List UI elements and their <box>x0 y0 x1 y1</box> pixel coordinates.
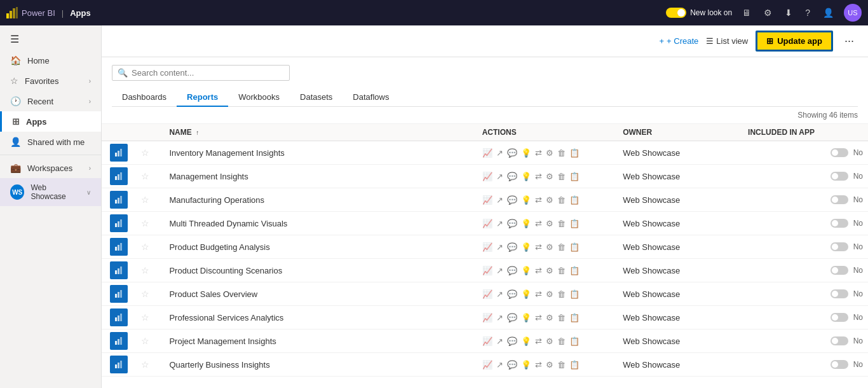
connect-icon[interactable]: ⇄ <box>535 242 542 252</box>
col-name-header[interactable]: NAME ↑ <box>164 124 477 141</box>
copy-icon[interactable]: 📋 <box>569 313 580 322</box>
favorite-star-icon[interactable]: ☆ <box>141 289 149 299</box>
settings-icon[interactable]: ⚙ <box>546 266 553 275</box>
delete-icon[interactable]: 🗑 <box>557 195 566 205</box>
sidebar-item-shared[interactable]: 👤 Shared with me <box>0 132 101 152</box>
copy-icon[interactable]: 📋 <box>569 266 580 275</box>
share-icon[interactable]: ↗ <box>496 195 503 205</box>
delete-icon[interactable]: 🗑 <box>557 148 566 158</box>
settings-icon[interactable]: ⚙ <box>546 313 553 322</box>
help-icon[interactable]: ? <box>803 5 813 20</box>
copy-icon[interactable]: 📋 <box>569 360 580 370</box>
insights-icon[interactable]: 💡 <box>521 360 531 370</box>
create-button[interactable]: + + Create <box>660 36 699 46</box>
favorite-star-icon[interactable]: ☆ <box>141 171 149 181</box>
copy-icon[interactable]: 📋 <box>569 172 580 181</box>
insights-icon[interactable]: 💡 <box>521 195 531 205</box>
favorite-star-icon[interactable]: ☆ <box>141 336 149 346</box>
connect-icon[interactable]: ⇄ <box>535 360 542 370</box>
tab-reports[interactable]: Reports <box>177 88 228 107</box>
share-icon[interactable]: ↗ <box>496 266 503 275</box>
favorite-star-icon[interactable]: ☆ <box>141 359 149 370</box>
insights-icon[interactable]: 💡 <box>521 148 531 158</box>
connect-icon[interactable]: ⇄ <box>535 219 542 228</box>
hamburger-button[interactable]: ☰ <box>0 28 101 50</box>
new-look-toggle[interactable]: New look on <box>666 8 732 18</box>
delete-icon[interactable]: 🗑 <box>557 172 566 181</box>
settings-icon[interactable]: ⚙ <box>546 172 553 181</box>
included-toggle[interactable] <box>831 313 848 322</box>
star-cell[interactable]: ☆ <box>136 259 164 282</box>
tab-workbooks[interactable]: Workbooks <box>228 88 290 107</box>
favorite-star-icon[interactable]: ☆ <box>141 242 149 252</box>
share-icon[interactable]: ↗ <box>496 172 503 181</box>
copy-icon[interactable]: 📋 <box>569 195 580 205</box>
insights-icon[interactable]: 💡 <box>521 266 531 275</box>
sidebar-item-apps[interactable]: ⊞ Apps <box>0 111 101 132</box>
settings-icon[interactable]: ⚙ <box>546 289 553 299</box>
delete-icon[interactable]: 🗑 <box>557 313 566 322</box>
settings-icon[interactable]: ⚙ <box>546 242 553 252</box>
sidebar-item-favorites[interactable]: ☆ Favorites › <box>0 71 101 91</box>
settings-icon[interactable]: ⚙ <box>546 219 553 228</box>
insights-icon[interactable]: 💡 <box>521 336 531 346</box>
analyze-icon[interactable]: 📈 <box>482 289 492 299</box>
connect-icon[interactable]: ⇄ <box>535 195 542 205</box>
monitor-icon[interactable]: 🖥 <box>740 5 754 20</box>
chat-icon[interactable]: 💬 <box>507 289 517 299</box>
star-cell[interactable]: ☆ <box>136 141 164 165</box>
analyze-icon[interactable]: 📈 <box>482 148 492 158</box>
settings-icon[interactable]: ⚙ <box>546 148 553 158</box>
connect-icon[interactable]: ⇄ <box>535 313 542 322</box>
insights-icon[interactable]: 💡 <box>521 172 531 181</box>
analyze-icon[interactable]: 📈 <box>482 360 492 370</box>
delete-icon[interactable]: 🗑 <box>557 360 566 370</box>
chat-icon[interactable]: 💬 <box>507 360 517 370</box>
star-cell[interactable]: ☆ <box>136 165 164 188</box>
chat-icon[interactable]: 💬 <box>507 313 517 322</box>
copy-icon[interactable]: 📋 <box>569 219 580 228</box>
insights-icon[interactable]: 💡 <box>521 313 531 322</box>
connect-icon[interactable]: ⇄ <box>535 266 542 275</box>
insights-icon[interactable]: 💡 <box>521 242 531 252</box>
share-icon[interactable]: ↗ <box>496 360 503 370</box>
included-toggle[interactable] <box>831 242 848 251</box>
share-icon[interactable]: ↗ <box>496 219 503 228</box>
copy-icon[interactable]: 📋 <box>569 242 580 252</box>
included-toggle[interactable] <box>831 148 848 157</box>
sidebar-item-recent[interactable]: 🕐 Recent › <box>0 91 101 111</box>
user-avatar[interactable]: US <box>844 4 862 22</box>
included-toggle[interactable] <box>831 219 848 228</box>
analyze-icon[interactable]: 📈 <box>482 242 492 252</box>
analyze-icon[interactable]: 📈 <box>482 219 492 228</box>
settings-icon[interactable]: ⚙ <box>546 336 553 346</box>
sidebar-item-home[interactable]: 🏠 Home <box>0 50 101 71</box>
copy-icon[interactable]: 📋 <box>569 289 580 299</box>
connect-icon[interactable]: ⇄ <box>535 289 542 299</box>
favorite-star-icon[interactable]: ☆ <box>141 195 149 205</box>
chat-icon[interactable]: 💬 <box>507 195 517 205</box>
delete-icon[interactable]: 🗑 <box>557 336 566 346</box>
included-toggle[interactable] <box>831 289 848 298</box>
star-cell[interactable]: ☆ <box>136 282 164 306</box>
chat-icon[interactable]: 💬 <box>507 242 517 252</box>
new-look-switch[interactable] <box>666 8 686 18</box>
share-icon[interactable]: ↗ <box>496 289 503 299</box>
analyze-icon[interactable]: 📈 <box>482 195 492 205</box>
copy-icon[interactable]: 📋 <box>569 336 580 346</box>
star-cell[interactable]: ☆ <box>136 212 164 235</box>
tab-datasets[interactable]: Datasets <box>290 88 342 107</box>
analyze-icon[interactable]: 📈 <box>482 313 492 322</box>
sidebar-item-workspaces[interactable]: 💼 Workspaces › <box>0 158 101 178</box>
share-icon[interactable]: ↗ <box>496 313 503 322</box>
tab-dataflows[interactable]: Dataflows <box>342 88 399 107</box>
included-toggle[interactable] <box>831 336 848 345</box>
connect-icon[interactable]: ⇄ <box>535 336 542 346</box>
star-cell[interactable]: ☆ <box>136 353 164 377</box>
share-icon[interactable]: ↗ <box>496 242 503 252</box>
analyze-icon[interactable]: 📈 <box>482 172 492 181</box>
star-cell[interactable]: ☆ <box>136 306 164 329</box>
star-cell[interactable]: ☆ <box>136 235 164 259</box>
search-input[interactable] <box>132 68 284 78</box>
settings-icon[interactable]: ⚙ <box>546 360 553 370</box>
